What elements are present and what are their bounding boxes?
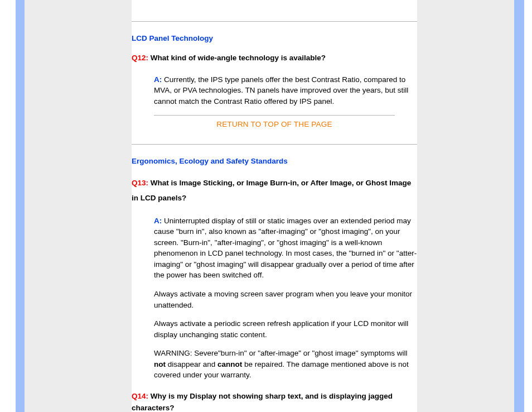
answer-text: Currently, the IPS type panels offer the…: [154, 75, 408, 106]
answer-12: A: Currently, the IPS type panels offer …: [154, 74, 417, 107]
q-text: Why is my Display not showing sharp text…: [132, 392, 393, 412]
divider: [132, 21, 417, 22]
inner-divider: [154, 115, 395, 116]
section-heading-ergonomics: Ergonomics, Ecology and Safety Standards: [132, 157, 417, 165]
decor-bar-right: [514, 0, 524, 412]
a-label: A:: [154, 75, 162, 84]
warn-cannot: cannot: [217, 360, 242, 368]
q-label: Q13:: [132, 179, 148, 187]
question-14: Q14: Why is my Display not showing sharp…: [132, 391, 417, 412]
q-label: Q14:: [132, 392, 148, 400]
q-label: Q12:: [132, 54, 148, 62]
question-13: Q13: What is Image Sticking, or Image Bu…: [132, 175, 417, 205]
return-to-top-link[interactable]: RETURN TO TOP OF THE PAGE: [216, 120, 332, 128]
page-outer: LCD Panel Technology Q12: What kind of w…: [0, 0, 532, 412]
section-heading-lcd: LCD Panel Technology: [132, 34, 417, 42]
warn-mid: disappear and: [166, 360, 217, 368]
answer-para: A: Currently, the IPS type panels offer …: [154, 74, 417, 107]
q-text: What kind of wide-angle technology is av…: [148, 54, 326, 62]
answer-para: A: Uninterrupted display of still or sta…: [154, 215, 417, 281]
answer-warning: WARNING: Severe"burn-in" or "after-image…: [154, 348, 417, 381]
question-12: Q12: What kind of wide-angle technology …: [132, 52, 417, 64]
answer-para: Always activate a periodic screen refres…: [154, 318, 417, 340]
answer-text: Uninterrupted display of still or static…: [154, 217, 417, 280]
content-column: LCD Panel Technology Q12: What kind of w…: [132, 0, 417, 412]
answer-13: A: Uninterrupted display of still or sta…: [154, 215, 417, 381]
answer-para: Always activate a moving screen saver pr…: [154, 289, 417, 310]
warn-pre: WARNING: Severe"burn-in" or "after-image…: [154, 349, 407, 357]
a-label: A:: [154, 217, 162, 225]
warn-not: not: [154, 360, 166, 368]
page-gray-wrap: LCD Panel Technology Q12: What kind of w…: [25, 0, 514, 412]
q-text: What is Image Sticking, or Image Burn-in…: [132, 179, 411, 202]
divider: [132, 144, 417, 145]
decor-bar-left: [16, 0, 25, 412]
return-link-1: RETURN TO TOP OF THE PAGE: [132, 120, 417, 128]
